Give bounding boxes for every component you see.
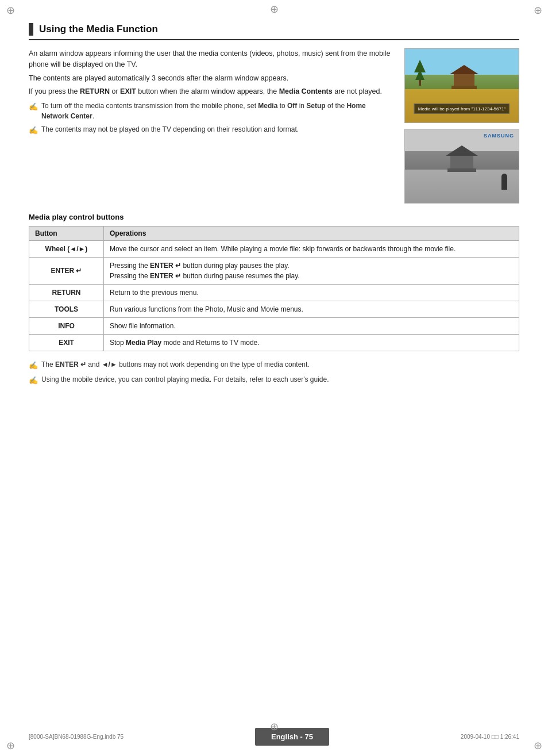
table-cell-button: Wheel (◄/►) bbox=[29, 241, 104, 258]
note-icon-2: ✍ bbox=[29, 125, 38, 136]
table-row: TOOLSRun various functions from the Phot… bbox=[29, 301, 519, 318]
crosshair-bottom: ⊕ bbox=[270, 720, 279, 733]
table-cell-button: INFO bbox=[29, 318, 104, 335]
note-item-1: ✍ To turn off the media contents transmi… bbox=[29, 101, 394, 121]
bottom-note-2: ✍ Using the mobile device, you can contr… bbox=[29, 374, 519, 386]
content-row: An alarm window appears informing the us… bbox=[29, 48, 519, 204]
crosshair-top: ⊕ bbox=[270, 3, 279, 16]
control-table: Button Operations Wheel (◄/►)Move the cu… bbox=[29, 226, 519, 351]
section-title: Using the Media Function bbox=[39, 24, 158, 35]
images-area: Media will be played from "111-1234-5671… bbox=[404, 48, 519, 204]
corner-mark-tl: ⊕ bbox=[5, 5, 16, 16]
intro-para3: If you press the RETURN or EXIT button w… bbox=[29, 86, 394, 97]
table-cell-button: RETURN bbox=[29, 285, 104, 301]
exit-bold: EXIT bbox=[120, 87, 136, 95]
table-header-row: Button Operations bbox=[29, 227, 519, 241]
bottom-note-icon-2: ✍ bbox=[29, 375, 38, 386]
bottom-notes: ✍ The ENTER ↵ and ◄/► buttons may not wo… bbox=[29, 359, 519, 386]
note-text-1: To turn off the media contents transmiss… bbox=[41, 101, 394, 121]
note-text-2: The contents may not be played on the TV… bbox=[41, 124, 394, 135]
table-cell-operation: Return to the previous menu. bbox=[104, 285, 519, 301]
arrows-bold-note: ◄/► bbox=[102, 360, 117, 369]
footer-center-box: English - 75 bbox=[255, 728, 329, 746]
bottom-note-text-2: Using the mobile device, you can control… bbox=[41, 374, 519, 385]
intro-para2: The contents are played automatically 3 … bbox=[29, 73, 394, 84]
table-heading: Media play control buttons bbox=[29, 213, 519, 221]
corner-mark-tr: ⊕ bbox=[532, 5, 543, 16]
table-cell-operation: Show file information. bbox=[104, 318, 519, 335]
table-row: INFOShow file information. bbox=[29, 318, 519, 335]
footer-right: 2009-04-10 □□ 1:26:41 bbox=[461, 734, 519, 740]
media-contents-bold: Media Contents bbox=[279, 87, 333, 95]
return-bold: RETURN bbox=[80, 87, 110, 95]
samsung-logo: SAMSUNG bbox=[484, 133, 514, 139]
page-container: ⊕ ⊕ ⊕ ⊕ ⊕ Using the Media Function An al… bbox=[0, 0, 548, 756]
tv-image-bottom: SAMSUNG bbox=[404, 129, 519, 204]
tv-image-top: Media will be played from "111-1234-5671… bbox=[404, 48, 519, 123]
footer-page-label: English - 75 bbox=[271, 732, 313, 741]
table-cell-button: EXIT bbox=[29, 335, 104, 351]
bottom-note-icon-1: ✍ bbox=[29, 360, 38, 371]
table-col1-header: Button bbox=[29, 227, 104, 241]
table-cell-button: TOOLS bbox=[29, 301, 104, 318]
table-cell-operation: Stop Media Play mode and Returns to TV m… bbox=[104, 335, 519, 351]
table-cell-operation: Run various functions from the Photo, Mu… bbox=[104, 301, 519, 318]
intro-para1: An alarm window appears informing the us… bbox=[29, 48, 394, 71]
table-cell-operation: Pressing the ENTER ↵ button during play … bbox=[104, 258, 519, 285]
table-cell-button: ENTER ↵ bbox=[29, 258, 104, 285]
table-cell-operation: Move the cursor and select an item. Whil… bbox=[104, 241, 519, 258]
media-bold: Media bbox=[258, 102, 277, 110]
bottom-note-text-1: The ENTER ↵ and ◄/► buttons may not work… bbox=[41, 359, 519, 370]
note-item-2: ✍ The contents may not be played on the … bbox=[29, 124, 394, 136]
section-bar bbox=[29, 23, 33, 36]
text-area: An alarm window appears informing the us… bbox=[29, 48, 394, 204]
table-col2-header: Operations bbox=[104, 227, 519, 241]
setup-bold: Setup bbox=[306, 102, 325, 110]
section-header: Using the Media Function bbox=[29, 23, 519, 40]
note-icon-1: ✍ bbox=[29, 101, 38, 113]
table-row: ENTER ↵Pressing the ENTER ↵ button durin… bbox=[29, 258, 519, 285]
table-row: RETURNReturn to the previous menu. bbox=[29, 285, 519, 301]
footer-left: [8000-SA]BN68-01988G-Eng.indb 75 bbox=[29, 734, 124, 740]
bottom-note-1: ✍ The ENTER ↵ and ◄/► buttons may not wo… bbox=[29, 359, 519, 371]
off-bold: Off bbox=[287, 102, 297, 110]
table-row: EXITStop Media Play mode and Returns to … bbox=[29, 335, 519, 351]
enter-bold-note: ENTER ↵ bbox=[55, 360, 86, 369]
image-overlay-text: Media will be played from "111-1234-5671… bbox=[414, 103, 510, 114]
table-row: Wheel (◄/►)Move the cursor and select an… bbox=[29, 241, 519, 258]
